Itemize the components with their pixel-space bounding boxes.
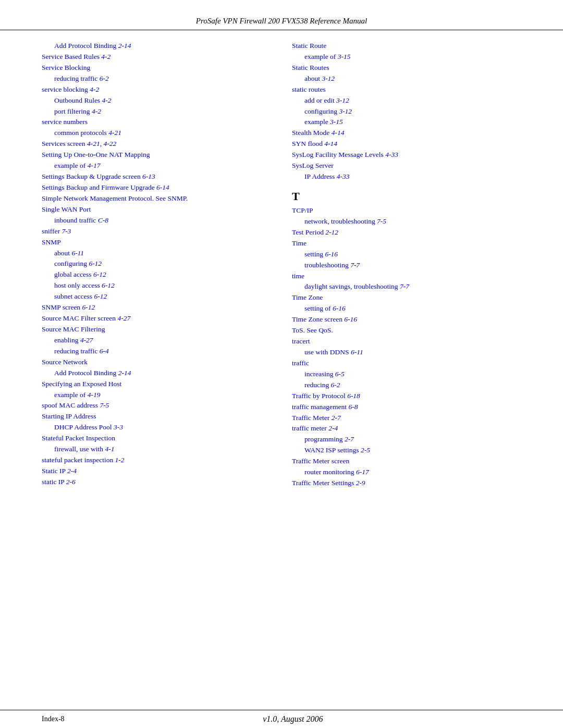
entry-text: sniffer: [42, 227, 62, 235]
entry-text: traffic meter: [292, 424, 328, 432]
list-item: Stateful Packet Inspection: [42, 433, 271, 444]
entry-ref: 4-2: [92, 107, 101, 115]
entry-text: global access: [54, 270, 93, 278]
list-item: static IP 2-6: [42, 477, 271, 488]
entry-text: enabling: [54, 336, 80, 344]
list-item: configuring 6-12: [42, 258, 271, 269]
list-item: SYN flood 4-14: [292, 139, 521, 150]
entry-text: troubleshooting: [304, 261, 350, 269]
entry-text: daylight savings, troubleshooting: [304, 282, 400, 290]
list-item: tracert: [292, 336, 521, 347]
entry-text: configuring: [304, 107, 339, 115]
list-item: WAN2 ISP settings 2-5: [292, 445, 521, 456]
list-item: DHCP Address Pool 3-3: [42, 422, 271, 433]
entry-ref: 2-7: [345, 435, 354, 443]
entry-ref: 6-12: [82, 303, 95, 311]
entry-ref: 3-12: [322, 75, 335, 82]
entry-ref: 3-12: [339, 107, 352, 115]
entry-text: Services screen: [42, 140, 87, 147]
entry-ref: 2-12: [325, 228, 338, 236]
list-item: stateful packet inspection 1-2: [42, 455, 271, 466]
entry-text: example of: [54, 162, 88, 169]
page-header: ProSafe VPN Firewall 200 FVX538 Referenc…: [0, 0, 563, 30]
list-item: programming 2-7: [292, 434, 521, 445]
entry-text: Static Route: [292, 42, 326, 50]
list-item: add or edit 3-12: [292, 95, 521, 106]
entry-text: router monitoring: [304, 468, 356, 476]
entry-ref: 6-12: [89, 260, 102, 267]
entry-ref: 6-4: [100, 347, 109, 355]
list-item: example of 3-15: [292, 52, 521, 63]
entry-text: reducing: [304, 381, 331, 389]
left-column: Add Protocol Binding 2-14Service Based R…: [42, 41, 271, 699]
entry-ref: 7-5: [377, 217, 386, 225]
entry-text: setting: [304, 250, 325, 258]
entry-text: IP Address: [304, 172, 337, 180]
list-item: Source Network: [42, 357, 271, 368]
entry-text: Time: [292, 239, 307, 247]
entry-text: Settings Backup & Upgrade screen: [42, 172, 142, 180]
entry-ref: 2-6: [66, 478, 76, 486]
entry-ref: 2-14: [118, 369, 131, 377]
list-item: global access 6-12: [42, 269, 271, 280]
entry-ref: 1-2: [115, 456, 125, 464]
entry-ref: C-8: [98, 216, 108, 224]
entry-text: network, troubleshooting: [304, 217, 377, 225]
entry-ref: 6-2: [331, 381, 340, 389]
entry-ref: 6-12: [94, 292, 107, 300]
list-item: Traffic Meter 2-7: [292, 413, 521, 424]
entry-text: Setting Up One-to-One NAT Mapping: [42, 151, 150, 158]
entry-ref: 2-7: [332, 414, 341, 422]
entry-text: Traffic by Protocol: [292, 392, 347, 400]
list-item: Simple Network Management Protocol. See …: [42, 193, 271, 204]
entry-ref: 3-15: [338, 53, 351, 60]
entry-text: Test Period: [292, 228, 325, 236]
entry-text: SNMP: [42, 238, 61, 246]
entry-text: example of: [54, 391, 88, 399]
entry-ref: 4-17: [88, 162, 101, 169]
list-item: Add Protocol Binding 2-14: [42, 368, 271, 379]
entry-ref: 4-2: [102, 96, 112, 104]
entry-text: SNMP screen: [42, 303, 82, 311]
section-letter: T: [292, 190, 521, 203]
list-item: network, troubleshooting 7-5: [292, 216, 521, 227]
entry-ref: 4-33: [385, 151, 398, 158]
entry-ref: 4-2: [101, 53, 111, 60]
list-item: setting 6-16: [292, 249, 521, 260]
entry-ref: 4-19: [88, 391, 101, 399]
list-item: Specifying an Exposed Host: [42, 379, 271, 390]
entry-ref: 2-14: [118, 42, 131, 50]
list-item: IP Address 4-33: [292, 171, 521, 182]
list-item: traffic management 6-8: [292, 402, 521, 413]
list-item: use with DDNS 6-11: [292, 347, 521, 358]
entry-text: Static Routes: [292, 64, 329, 71]
list-item: Time Zone screen 6-16: [292, 314, 521, 325]
list-item: traffic meter 2-4: [292, 423, 521, 434]
entry-ref: 3-3: [114, 423, 123, 431]
list-item: port filtering 4-2: [42, 106, 271, 117]
list-item: time: [292, 271, 521, 282]
entry-text: Time Zone screen: [292, 315, 344, 323]
entry-text: about: [54, 249, 71, 257]
entry-text: Stealth Mode: [292, 129, 332, 137]
entry-text: common protocols: [54, 129, 108, 137]
page: ProSafe VPN Firewall 200 FVX538 Referenc…: [0, 0, 563, 728]
entry-text: traffic management: [292, 403, 348, 411]
list-item: service numbers: [42, 117, 271, 128]
entry-text: inbound traffic: [54, 216, 98, 224]
list-item: about 3-12: [292, 73, 521, 84]
entry-ref: 6-12: [102, 281, 115, 289]
list-item: Traffic Meter Settings 2-9: [292, 478, 521, 489]
list-item: example of 4-19: [42, 390, 271, 401]
list-item: Traffic Meter screen: [292, 456, 521, 467]
entry-text: traffic: [292, 359, 309, 367]
list-item: static routes: [292, 84, 521, 95]
entry-text: Time Zone: [292, 293, 323, 301]
entry-text: spoof MAC address: [42, 401, 100, 409]
entry-ref: 4-33: [337, 172, 350, 180]
entry-text: static routes: [292, 85, 326, 93]
entry-ref: 2-5: [361, 446, 370, 454]
entry-text: Service Based Rules: [42, 53, 101, 60]
list-item: Settings Backup & Upgrade screen 6-13: [42, 171, 271, 182]
list-item: configuring 3-12: [292, 106, 521, 117]
